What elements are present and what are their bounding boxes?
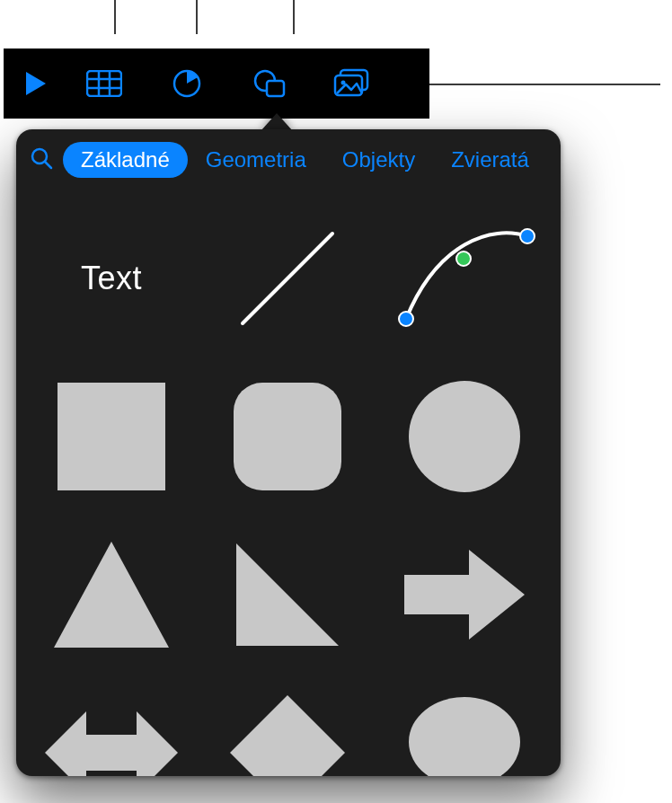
svg-line-12 [45, 162, 51, 168]
triangle-icon [49, 536, 174, 653]
diamond-icon [225, 690, 350, 776]
pie-chart-icon [172, 68, 202, 99]
callout-line [409, 84, 660, 85]
table-button[interactable] [63, 49, 146, 119]
toolbar [4, 49, 429, 119]
circle-icon [406, 378, 523, 495]
curve-pen-shape[interactable] [388, 203, 541, 354]
svg-point-19 [409, 381, 520, 492]
text-shape-label: Text [81, 260, 142, 297]
tab-animals[interactable]: Zvieratá [433, 142, 547, 178]
tab-geometry[interactable]: Geometria [188, 142, 324, 178]
media-button[interactable] [311, 49, 393, 119]
tab-basic[interactable]: Základné [63, 142, 188, 178]
svg-point-20 [409, 697, 520, 776]
callout-line [293, 0, 295, 34]
shapes-popover: Základné Geometria Objekty Zvieratá Text [16, 129, 561, 776]
double-arrow-icon [40, 699, 183, 776]
svg-rect-17 [57, 383, 165, 490]
media-icon [333, 68, 371, 99]
svg-rect-0 [87, 71, 121, 96]
rounded-square-shape[interactable] [212, 361, 363, 512]
chart-button[interactable] [146, 49, 228, 119]
svg-line-13 [243, 234, 332, 323]
arrow-right-icon [397, 541, 532, 649]
square-icon [53, 378, 170, 495]
diamond-shape[interactable] [212, 677, 363, 776]
callout-line [114, 0, 116, 34]
svg-point-15 [456, 251, 471, 266]
square-shape[interactable] [36, 361, 187, 512]
table-icon [86, 70, 122, 97]
svg-point-14 [399, 312, 413, 326]
circle-shape[interactable] [388, 361, 541, 512]
search-button[interactable] [29, 144, 54, 176]
callout-line [196, 0, 198, 34]
shape-button[interactable] [228, 49, 311, 119]
speech-bubble-shape[interactable] [388, 677, 541, 776]
popover-header: Základné Geometria Objekty Zvieratá [16, 129, 561, 190]
svg-point-16 [520, 229, 535, 243]
search-icon [29, 146, 54, 174]
arrow-right-shape[interactable] [388, 519, 541, 670]
rounded-square-icon [229, 378, 346, 495]
tab-objects[interactable]: Objekty [324, 142, 433, 178]
right-triangle-shape[interactable] [212, 519, 363, 670]
right-triangle-icon [229, 536, 346, 653]
double-arrow-shape[interactable] [36, 677, 187, 776]
svg-rect-7 [267, 81, 284, 96]
curve-pen-icon [388, 211, 541, 346]
play-icon [24, 70, 48, 97]
line-icon [220, 211, 355, 346]
text-shape[interactable]: Text [36, 203, 187, 354]
shapes-grid: Text [16, 190, 561, 776]
svg-rect-18 [234, 383, 341, 490]
play-button[interactable] [4, 49, 63, 119]
line-shape[interactable] [212, 203, 363, 354]
category-tabs: Základné Geometria Objekty Zvieratá [63, 142, 547, 178]
speech-bubble-icon [402, 690, 527, 776]
triangle-shape[interactable] [36, 519, 187, 670]
shape-icon [252, 68, 287, 99]
popover-arrow [261, 113, 293, 131]
